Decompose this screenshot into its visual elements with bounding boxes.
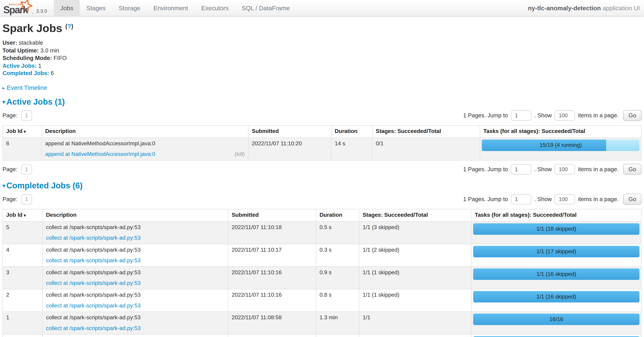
kill-link[interactable]: (kill) xyxy=(234,150,245,158)
header-stages[interactable]: Stages: Succeeded/Total xyxy=(359,209,471,221)
job-summary-list: User: stackable Total Uptime: 3.0 min Sc… xyxy=(2,39,642,77)
duration-cell: 39 s xyxy=(316,334,359,337)
go-button[interactable]: Go xyxy=(623,110,642,121)
uptime-value: 3.0 min xyxy=(40,47,59,53)
active-jobs-section-heading[interactable]: ▾Active Jobs (1) xyxy=(2,97,642,106)
job-description-link[interactable]: collect at /spark-scripts/spark-ad.py:53 xyxy=(46,325,141,331)
active-table-header-row: Job Id▾ Description Submitted Duration S… xyxy=(2,125,641,137)
tab-sql-dataframe[interactable]: SQL / DataFrame xyxy=(235,0,296,16)
tasks-cell: 1/1 (18 skipped) xyxy=(471,221,642,244)
stages-cell: 0/1 xyxy=(372,137,480,160)
items-text: items in a page. xyxy=(578,166,618,172)
tab-environment[interactable]: Environment xyxy=(147,0,194,16)
job-description-link[interactable]: append at NativeMethodAccessorImpl.java:… xyxy=(45,151,155,157)
page-title: Spark Jobs (?) xyxy=(2,22,642,35)
summary-user: User: stackable xyxy=(2,39,642,46)
job-description-link[interactable]: collect at /spark-scripts/spark-ad.py:53 xyxy=(46,235,141,241)
submitted-cell: 2022/11/07 11:10:16 xyxy=(228,267,316,289)
job-id-cell: 2 xyxy=(2,289,42,312)
duration-cell: 0.8 s xyxy=(316,289,359,312)
items-per-page-input[interactable] xyxy=(554,110,575,120)
description-cell: parquet at NativeMethodAccessorImpl.java… xyxy=(42,334,228,337)
scheduling-mode-label: Scheduling Mode: xyxy=(2,54,52,61)
pagination-row: Page: 1 Pages. Jump to . Show items in a… xyxy=(2,110,642,121)
completed-job-row: 5 collect at /spark-scripts/spark-ad.py:… xyxy=(2,221,641,244)
go-button[interactable]: Go xyxy=(623,193,642,205)
jump-to-page-input[interactable] xyxy=(511,110,531,120)
page-number-input[interactable] xyxy=(21,110,32,120)
header-job-id[interactable]: Job Id▾ xyxy=(2,209,42,221)
tab-executors[interactable]: Executors xyxy=(194,0,235,16)
header-duration[interactable]: Duration xyxy=(316,209,359,221)
jump-to-page-input[interactable] xyxy=(511,194,531,204)
help-paren-open: ( xyxy=(66,22,68,29)
stages-cell: 1/1 (2 skipped) xyxy=(359,244,471,267)
job-description-link[interactable]: collect at /spark-scripts/spark-ad.py:53 xyxy=(46,302,141,308)
go-button[interactable]: Go xyxy=(623,164,642,175)
active-jobs-count: 1 xyxy=(38,62,42,69)
help-link[interactable]: (?) xyxy=(66,22,73,29)
stages-cell: 1/1 xyxy=(359,334,471,337)
job-description-link[interactable]: collect at /spark-scripts/spark-ad.py:53 xyxy=(46,280,141,286)
pages-jump-text: 1 Pages. Jump to xyxy=(463,112,508,119)
pages-jump-text: 1 Pages. Jump to xyxy=(463,166,508,172)
show-text: . Show xyxy=(534,196,552,202)
spark-ui-page: APACHE Spark ™ 3.3.0 Jobs Stages Storage… xyxy=(0,0,644,337)
header-submitted[interactable]: Submitted xyxy=(248,125,331,137)
completed-jobs-table: Job Id▾ Description Submitted Duration S… xyxy=(2,209,642,337)
header-stages[interactable]: Stages: Succeeded/Total xyxy=(372,125,480,137)
job-description-text: collect at /spark-scripts/spark-ad.py:53 xyxy=(46,314,225,321)
duration-cell: 14 s xyxy=(331,137,372,160)
user-value: stackable xyxy=(19,39,43,46)
collapse-arrow-icon: ▾ xyxy=(2,99,5,105)
completed-jobs-link[interactable]: Completed Jobs: xyxy=(2,70,49,76)
pagination-row: Page: 1 Pages. Jump to . Show items in a… xyxy=(2,193,642,205)
description-cell: collect at /spark-scripts/spark-ad.py:53… xyxy=(42,221,228,244)
header-description[interactable]: Description xyxy=(42,209,228,221)
tab-stages[interactable]: Stages xyxy=(80,0,112,16)
stages-cell: 1/1 (1 skipped) xyxy=(359,267,471,289)
application-title-suffix: application UI xyxy=(602,4,640,11)
active-jobs-link[interactable]: Active Jobs: xyxy=(2,62,37,69)
header-description[interactable]: Description xyxy=(42,125,248,137)
tasks-progress-bar: 1/1 (17 skipped) xyxy=(473,246,640,257)
completed-jobs-section-title: Completed Jobs (6) xyxy=(6,181,82,190)
progress-label: 1/1 (17 skipped) xyxy=(473,246,640,257)
event-timeline-label: Event Timeline xyxy=(7,84,47,91)
sort-desc-icon: ▾ xyxy=(24,213,26,217)
page-number-input[interactable] xyxy=(21,194,32,204)
collapse-arrow-icon: ▾ xyxy=(2,183,5,189)
job-id-cell: 6 xyxy=(2,137,42,160)
help-paren-close: ) xyxy=(71,22,73,29)
description-cell: collect at /spark-scripts/spark-ad.py:53… xyxy=(42,289,228,312)
job-description-text: collect at /spark-scripts/spark-ad.py:53 xyxy=(46,246,225,254)
tab-jobs[interactable]: Jobs xyxy=(54,0,80,16)
description-cell: append at NativeMethodAccessorImpl.java:… xyxy=(42,137,248,160)
header-submitted[interactable]: Submitted xyxy=(228,209,316,221)
job-id-cell: 1 xyxy=(2,312,42,334)
user-label: User: xyxy=(2,39,17,46)
tab-storage[interactable]: Storage xyxy=(112,0,147,16)
header-job-id[interactable]: Job Id▾ xyxy=(2,125,42,137)
items-per-page-input[interactable] xyxy=(554,164,575,174)
description-cell: collect at /spark-scripts/spark-ad.py:53… xyxy=(42,244,228,267)
header-duration[interactable]: Duration xyxy=(331,125,372,137)
header-tasks[interactable]: Tasks (for all stages): Succeeded/Total xyxy=(480,125,642,137)
header-tasks[interactable]: Tasks (for all stages): Succeeded/Total xyxy=(471,209,642,221)
page-label: Page: xyxy=(2,112,18,119)
jump-to-page-input[interactable] xyxy=(511,164,531,174)
scheduling-mode-value: FIFO xyxy=(54,54,66,61)
items-text: items in a page. xyxy=(578,112,618,119)
page-label: Page: xyxy=(2,166,18,172)
application-title: ny-tlc-anomaly-detection application UI xyxy=(528,4,640,11)
completed-jobs-section-heading[interactable]: ▾Completed Jobs (6) xyxy=(2,181,642,190)
summary-active-jobs: Active Jobs: 1 xyxy=(2,62,642,69)
spark-version: 3.3.0 xyxy=(36,8,47,15)
items-per-page-input[interactable] xyxy=(554,194,575,204)
job-description-link[interactable]: collect at /spark-scripts/spark-ad.py:53 xyxy=(46,257,141,263)
page-number-input[interactable] xyxy=(21,164,32,174)
job-id-cell: 3 xyxy=(2,267,42,289)
sort-desc-icon: ▾ xyxy=(24,129,26,134)
help-question-mark[interactable]: ? xyxy=(67,22,71,29)
event-timeline-toggle[interactable]: ▸Event Timeline xyxy=(2,84,642,91)
